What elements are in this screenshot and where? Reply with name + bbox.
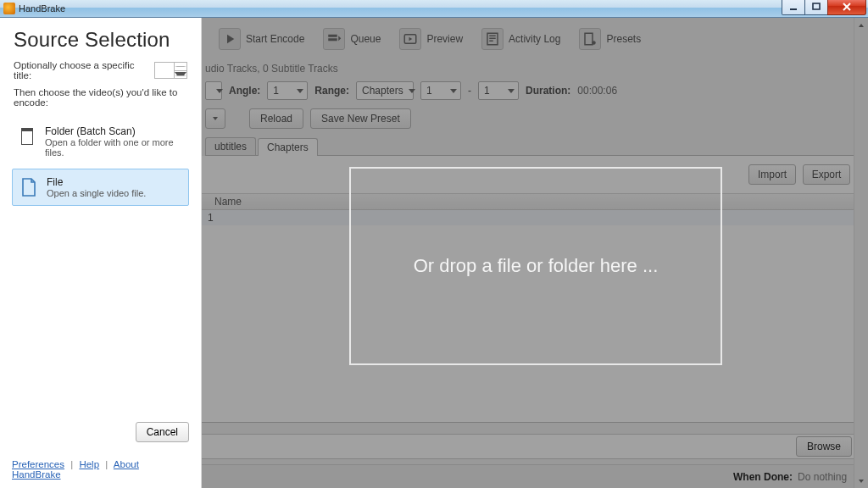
- preferences-link[interactable]: Preferences: [12, 459, 64, 469]
- expand-button[interactable]: [205, 108, 225, 129]
- folder-option-title: Folder (Batch Scan): [45, 125, 181, 137]
- title-dropdown-partial[interactable]: [205, 81, 222, 100]
- queue-icon: [323, 28, 345, 50]
- range-to-dropdown[interactable]: 1: [478, 81, 519, 100]
- source-info-text: udio Tracks, 0 Subtitle Tracks: [205, 59, 858, 81]
- help-link[interactable]: Help: [79, 459, 99, 469]
- spinner-up-icon[interactable]: [175, 63, 186, 71]
- source-folder-option[interactable]: Folder (Batch Scan) Open a folder with o…: [12, 118, 189, 165]
- window-titlebar: HandBrake: [0, 0, 868, 18]
- encode-hint: Then choose the video(s) you'd like to e…: [0, 84, 201, 116]
- play-icon: [219, 28, 241, 50]
- panel-title: Source Selection: [0, 18, 201, 55]
- log-icon: [481, 28, 504, 50]
- range-label: Range:: [314, 85, 349, 97]
- window-title: HandBrake: [19, 3, 65, 14]
- specific-title-label: Optionally choose a specific title:: [14, 60, 149, 80]
- tab-chapters[interactable]: Chapters: [258, 138, 318, 156]
- presets-icon: [579, 28, 601, 50]
- duration-value: 00:00:06: [577, 85, 617, 97]
- range-separator: -: [468, 85, 471, 97]
- svg-rect-8: [21, 128, 33, 131]
- range-from-dropdown[interactable]: 1: [420, 81, 461, 100]
- cancel-button[interactable]: Cancel: [136, 422, 189, 442]
- svg-rect-1: [813, 3, 820, 9]
- preview-icon: [399, 28, 421, 50]
- svg-rect-0: [790, 8, 797, 10]
- scroll-up-icon[interactable]: [854, 18, 868, 32]
- when-done-label: When Done:: [733, 471, 793, 483]
- tab-subtitles[interactable]: ubtitles: [205, 137, 256, 155]
- app-icon: [3, 3, 15, 14]
- range-mode-dropdown[interactable]: Chapters: [356, 81, 414, 100]
- svg-rect-4: [585, 33, 593, 45]
- start-encode-button[interactable]: Start Encode: [212, 25, 311, 53]
- angle-label: Angle:: [229, 85, 260, 97]
- when-done-value[interactable]: Do nothing: [798, 471, 847, 483]
- drop-zone[interactable]: Or drop a file or folder here ...: [349, 167, 722, 365]
- folder-option-desc: Open a folder with one or more files.: [45, 137, 181, 158]
- footer-links: Preferences | Help | About HandBrake: [12, 459, 189, 480]
- vertical-scrollbar[interactable]: [854, 18, 868, 488]
- scroll-down-icon[interactable]: [854, 474, 868, 488]
- browse-button[interactable]: Browse: [796, 436, 852, 457]
- col-name: Name: [214, 196, 242, 208]
- folder-icon: [19, 125, 36, 147]
- window-close-button[interactable]: [827, 0, 866, 15]
- file-option-desc: Open a single video file.: [47, 188, 146, 198]
- window-maximize-button[interactable]: [804, 0, 828, 15]
- import-button[interactable]: Import: [748, 164, 796, 185]
- preview-button[interactable]: Preview: [392, 25, 470, 53]
- angle-dropdown[interactable]: 1: [267, 81, 308, 100]
- export-button[interactable]: Export: [803, 164, 850, 185]
- queue-button[interactable]: Queue: [316, 25, 387, 53]
- duration-label: Duration:: [526, 85, 570, 97]
- source-file-option[interactable]: File Open a single video file.: [12, 169, 189, 206]
- title-spinner[interactable]: [154, 62, 187, 79]
- spinner-down-icon[interactable]: [175, 71, 186, 79]
- file-icon: [19, 176, 38, 198]
- file-option-title: File: [47, 176, 146, 188]
- source-selection-panel: Source Selection Optionally choose a spe…: [0, 18, 202, 488]
- presets-button[interactable]: Presets: [572, 25, 648, 53]
- save-new-preset-button[interactable]: Save New Preset: [310, 108, 411, 129]
- activity-log-button[interactable]: Activity Log: [475, 25, 567, 53]
- svg-point-5: [593, 41, 597, 45]
- window-minimize-button[interactable]: [782, 0, 805, 15]
- reload-button[interactable]: Reload: [249, 108, 303, 129]
